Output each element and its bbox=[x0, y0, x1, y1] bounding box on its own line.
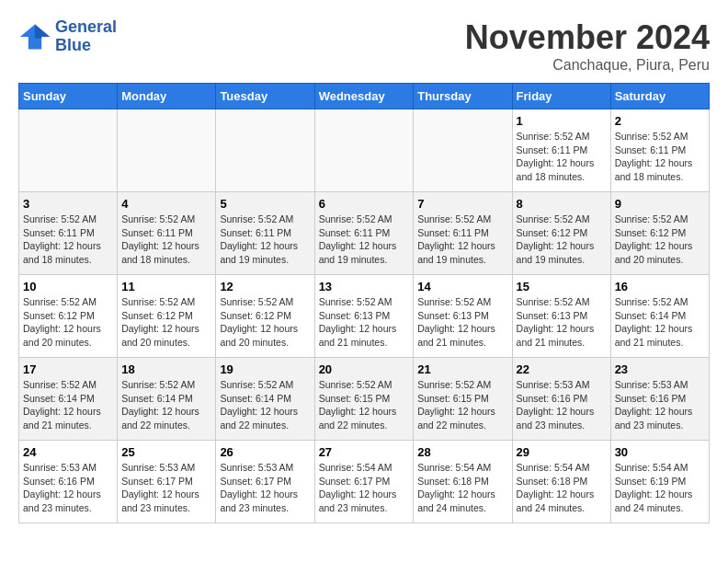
day-number: 4 bbox=[121, 197, 211, 211]
calendar-cell: 29Sunrise: 5:54 AM Sunset: 6:18 PM Dayli… bbox=[512, 441, 610, 523]
day-info: Sunrise: 5:52 AM Sunset: 6:14 PM Dayligh… bbox=[615, 295, 705, 350]
page-header: General Blue November 2024 Canchaque, Pi… bbox=[18, 18, 710, 74]
day-info: Sunrise: 5:54 AM Sunset: 6:17 PM Dayligh… bbox=[319, 461, 410, 515]
col-header-saturday: Saturday bbox=[610, 84, 709, 109]
day-info: Sunrise: 5:52 AM Sunset: 6:11 PM Dayligh… bbox=[23, 213, 113, 267]
day-info: Sunrise: 5:53 AM Sunset: 6:17 PM Dayligh… bbox=[220, 461, 310, 515]
col-header-thursday: Thursday bbox=[414, 84, 512, 109]
day-number: 18 bbox=[121, 362, 211, 376]
day-info: Sunrise: 5:52 AM Sunset: 6:11 PM Dayligh… bbox=[615, 130, 705, 184]
calendar-cell: 25Sunrise: 5:53 AM Sunset: 6:17 PM Dayli… bbox=[118, 441, 216, 523]
day-info: Sunrise: 5:52 AM Sunset: 6:12 PM Dayligh… bbox=[220, 295, 310, 350]
day-number: 20 bbox=[319, 362, 410, 376]
day-info: Sunrise: 5:53 AM Sunset: 6:16 PM Dayligh… bbox=[615, 378, 705, 432]
day-number: 11 bbox=[121, 280, 211, 293]
day-number: 5 bbox=[220, 197, 310, 211]
calendar-cell bbox=[314, 109, 414, 192]
day-number: 1 bbox=[517, 114, 607, 128]
day-info: Sunrise: 5:52 AM Sunset: 6:11 PM Dayligh… bbox=[121, 213, 211, 267]
col-header-wednesday: Wednesday bbox=[314, 84, 414, 109]
day-number: 27 bbox=[319, 445, 410, 459]
calendar-cell bbox=[216, 109, 314, 192]
day-info: Sunrise: 5:52 AM Sunset: 6:13 PM Dayligh… bbox=[417, 295, 507, 350]
calendar-cell: 24Sunrise: 5:53 AM Sunset: 6:16 PM Dayli… bbox=[19, 441, 118, 523]
day-number: 7 bbox=[417, 197, 507, 211]
calendar-cell: 8Sunrise: 5:52 AM Sunset: 6:12 PM Daylig… bbox=[512, 192, 610, 275]
calendar-cell bbox=[118, 109, 216, 192]
col-header-tuesday: Tuesday bbox=[216, 84, 314, 109]
calendar-cell: 6Sunrise: 5:52 AM Sunset: 6:11 PM Daylig… bbox=[314, 192, 414, 275]
calendar-week-row: 3Sunrise: 5:52 AM Sunset: 6:11 PM Daylig… bbox=[19, 192, 710, 275]
day-info: Sunrise: 5:53 AM Sunset: 6:16 PM Dayligh… bbox=[517, 378, 607, 432]
day-info: Sunrise: 5:52 AM Sunset: 6:11 PM Dayligh… bbox=[517, 130, 607, 184]
day-number: 21 bbox=[417, 362, 507, 376]
calendar-cell bbox=[19, 109, 118, 192]
location: Canchaque, Piura, Peru bbox=[465, 57, 710, 74]
calendar-week-row: 1Sunrise: 5:52 AM Sunset: 6:11 PM Daylig… bbox=[19, 109, 710, 192]
calendar-cell: 30Sunrise: 5:54 AM Sunset: 6:19 PM Dayli… bbox=[610, 441, 709, 523]
day-number: 23 bbox=[615, 362, 705, 376]
day-info: Sunrise: 5:52 AM Sunset: 6:12 PM Dayligh… bbox=[615, 213, 705, 267]
calendar-cell: 19Sunrise: 5:52 AM Sunset: 6:14 PM Dayli… bbox=[216, 358, 314, 441]
calendar-cell: 2Sunrise: 5:52 AM Sunset: 6:11 PM Daylig… bbox=[610, 109, 709, 192]
day-number: 9 bbox=[615, 197, 705, 211]
day-number: 12 bbox=[220, 280, 310, 293]
day-number: 26 bbox=[220, 445, 310, 459]
day-info: Sunrise: 5:52 AM Sunset: 6:14 PM Dayligh… bbox=[23, 378, 113, 432]
calendar-cell bbox=[414, 109, 512, 192]
day-info: Sunrise: 5:52 AM Sunset: 6:11 PM Dayligh… bbox=[417, 213, 507, 267]
day-info: Sunrise: 5:52 AM Sunset: 6:15 PM Dayligh… bbox=[319, 378, 410, 432]
day-number: 8 bbox=[517, 197, 607, 211]
svg-marker-1 bbox=[35, 24, 50, 38]
month-title: November 2024 bbox=[465, 18, 710, 57]
calendar-cell: 5Sunrise: 5:52 AM Sunset: 6:11 PM Daylig… bbox=[216, 192, 314, 275]
calendar-week-row: 10Sunrise: 5:52 AM Sunset: 6:12 PM Dayli… bbox=[19, 275, 710, 358]
day-number: 14 bbox=[417, 280, 507, 293]
calendar-cell: 1Sunrise: 5:52 AM Sunset: 6:11 PM Daylig… bbox=[512, 109, 610, 192]
calendar-cell: 23Sunrise: 5:53 AM Sunset: 6:16 PM Dayli… bbox=[610, 358, 709, 441]
day-number: 3 bbox=[23, 197, 113, 211]
day-info: Sunrise: 5:52 AM Sunset: 6:12 PM Dayligh… bbox=[23, 295, 113, 350]
day-info: Sunrise: 5:52 AM Sunset: 6:11 PM Dayligh… bbox=[319, 213, 410, 267]
day-number: 15 bbox=[517, 280, 607, 293]
day-number: 28 bbox=[417, 445, 507, 459]
calendar-cell: 13Sunrise: 5:52 AM Sunset: 6:13 PM Dayli… bbox=[314, 275, 414, 358]
calendar-cell: 4Sunrise: 5:52 AM Sunset: 6:11 PM Daylig… bbox=[118, 192, 216, 275]
calendar-cell: 18Sunrise: 5:52 AM Sunset: 6:14 PM Dayli… bbox=[118, 358, 216, 441]
col-header-monday: Monday bbox=[118, 84, 216, 109]
calendar-cell: 10Sunrise: 5:52 AM Sunset: 6:12 PM Dayli… bbox=[19, 275, 118, 358]
day-info: Sunrise: 5:52 AM Sunset: 6:14 PM Dayligh… bbox=[121, 378, 211, 432]
calendar-cell: 3Sunrise: 5:52 AM Sunset: 6:11 PM Daylig… bbox=[19, 192, 118, 275]
col-header-sunday: Sunday bbox=[19, 84, 118, 109]
day-info: Sunrise: 5:54 AM Sunset: 6:19 PM Dayligh… bbox=[615, 461, 705, 515]
logo: General Blue bbox=[18, 18, 117, 55]
calendar-cell: 17Sunrise: 5:52 AM Sunset: 6:14 PM Dayli… bbox=[19, 358, 118, 441]
calendar-cell: 7Sunrise: 5:52 AM Sunset: 6:11 PM Daylig… bbox=[414, 192, 512, 275]
calendar-cell: 9Sunrise: 5:52 AM Sunset: 6:12 PM Daylig… bbox=[610, 192, 709, 275]
day-number: 29 bbox=[517, 445, 607, 459]
day-number: 19 bbox=[220, 362, 310, 376]
calendar-cell: 28Sunrise: 5:54 AM Sunset: 6:18 PM Dayli… bbox=[414, 441, 512, 523]
day-info: Sunrise: 5:54 AM Sunset: 6:18 PM Dayligh… bbox=[517, 461, 607, 515]
day-info: Sunrise: 5:53 AM Sunset: 6:16 PM Dayligh… bbox=[23, 461, 113, 515]
calendar-cell: 12Sunrise: 5:52 AM Sunset: 6:12 PM Dayli… bbox=[216, 275, 314, 358]
calendar-cell: 21Sunrise: 5:52 AM Sunset: 6:15 PM Dayli… bbox=[414, 358, 512, 441]
calendar-cell: 20Sunrise: 5:52 AM Sunset: 6:15 PM Dayli… bbox=[314, 358, 414, 441]
calendar-cell: 14Sunrise: 5:52 AM Sunset: 6:13 PM Dayli… bbox=[414, 275, 512, 358]
calendar-cell: 27Sunrise: 5:54 AM Sunset: 6:17 PM Dayli… bbox=[314, 441, 414, 523]
day-number: 6 bbox=[319, 197, 410, 211]
day-info: Sunrise: 5:52 AM Sunset: 6:11 PM Dayligh… bbox=[220, 213, 310, 267]
day-number: 2 bbox=[615, 114, 705, 128]
day-info: Sunrise: 5:52 AM Sunset: 6:12 PM Dayligh… bbox=[121, 295, 211, 350]
calendar-header-row: SundayMondayTuesdayWednesdayThursdayFrid… bbox=[19, 84, 710, 109]
calendar-table: SundayMondayTuesdayWednesdayThursdayFrid… bbox=[18, 83, 710, 523]
day-number: 10 bbox=[23, 280, 113, 293]
calendar-cell: 26Sunrise: 5:53 AM Sunset: 6:17 PM Dayli… bbox=[216, 441, 314, 523]
day-number: 22 bbox=[517, 362, 607, 376]
calendar-cell: 16Sunrise: 5:52 AM Sunset: 6:14 PM Dayli… bbox=[610, 275, 709, 358]
col-header-friday: Friday bbox=[512, 84, 610, 109]
day-number: 24 bbox=[23, 445, 113, 459]
day-number: 13 bbox=[319, 280, 410, 293]
day-number: 17 bbox=[23, 362, 113, 376]
title-block: November 2024 Canchaque, Piura, Peru bbox=[465, 18, 710, 74]
